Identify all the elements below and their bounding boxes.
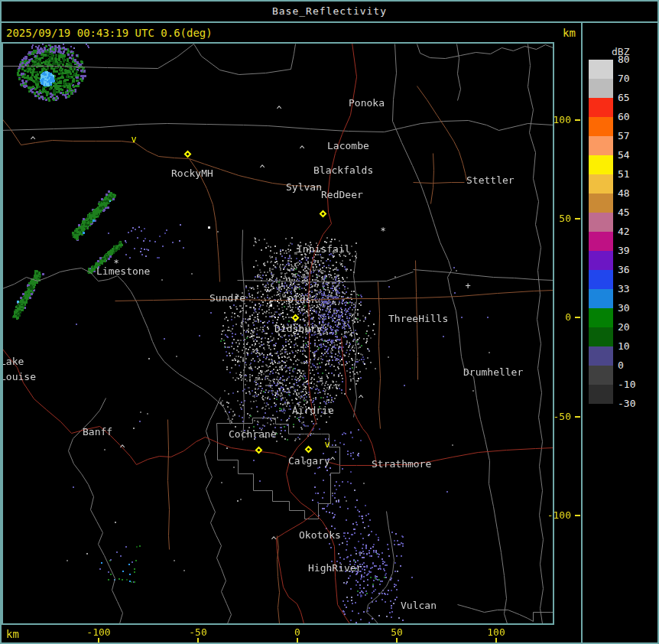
- colorbar-swatch: [589, 251, 613, 270]
- colorbar-swatch: [589, 136, 613, 155]
- marker-caret-icon: ^: [268, 536, 280, 546]
- marker-diamond-icon: [292, 314, 300, 322]
- colorbar-level-label: 70: [618, 73, 651, 85]
- marker-caret-icon: ^: [27, 136, 39, 146]
- radar-app-window: Base_Reflectivity 2025/09/19 00:43:19 UT…: [0, 0, 659, 644]
- right-axis: 100500-50-100: [554, 42, 581, 625]
- colorbar-swatch: [589, 60, 613, 79]
- colorbar-swatch: [589, 327, 613, 346]
- page-title: Base_Reflectivity: [272, 5, 387, 17]
- marker-caret-icon: ^: [355, 395, 367, 405]
- marker-diamond-icon: [305, 446, 313, 454]
- colorbar-level-label: 45: [618, 207, 651, 219]
- x-axis-tick: [197, 638, 199, 642]
- marker-caret-icon: ^: [296, 145, 308, 155]
- x-axis-tick-label: 100: [479, 626, 513, 638]
- colorbar-level-label: 80: [618, 54, 651, 66]
- colorbar-level-label: 39: [618, 245, 651, 257]
- y-axis-tick: [575, 119, 580, 121]
- colorbar-swatch: [589, 155, 613, 174]
- colorbar-level-label: 33: [618, 283, 651, 295]
- title-bar: Base_Reflectivity: [2, 2, 657, 23]
- marker-caret-icon: ^: [256, 164, 268, 174]
- y-axis-tick: [575, 515, 580, 516]
- x-axis-tick-label: 0: [281, 626, 314, 638]
- marker-layer: vv^^^^^^^^**+: [3, 44, 553, 623]
- timestamp-label: 2025/09/19 00:43:19 UTC 0.6(deg): [6, 27, 213, 39]
- colorbar-level-label: 48: [618, 187, 651, 200]
- y-axis-unit-label: km: [563, 27, 576, 39]
- colorbar-level-label: 54: [618, 149, 651, 161]
- bottom-axis: km -100-50050100: [2, 625, 581, 642]
- x-axis-tick-label: 50: [380, 626, 414, 638]
- colorbar-swatch: [589, 270, 613, 289]
- x-axis-tick: [297, 638, 298, 642]
- x-axis-tick: [495, 638, 497, 642]
- y-axis-tick: [575, 317, 580, 318]
- colorbar-level-label: 36: [618, 264, 651, 276]
- marker-diamond-icon: [255, 447, 263, 454]
- bottom-axis-ticks: -100-50050100: [2, 625, 581, 642]
- info-bar: 2025/09/19 00:43:19 UTC 0.6(deg) km: [2, 23, 657, 42]
- colorbar-swatch: [589, 289, 613, 308]
- colorbar-swatch: [589, 385, 613, 404]
- colorbar-level-label: 60: [618, 111, 651, 123]
- colorbar-swatch: [589, 213, 613, 232]
- colorbar-level-label: 51: [618, 168, 651, 181]
- y-axis-tick: [575, 218, 580, 220]
- marker-v-icon: v: [128, 135, 140, 145]
- y-axis-tick-label: 100: [545, 114, 571, 126]
- marker-asterisk-icon: *: [377, 226, 389, 236]
- colorbar-swatches: 807065605754514845423936333020100-10-30: [583, 23, 657, 642]
- x-axis-tick: [396, 638, 398, 642]
- y-axis-tick-label: 0: [545, 311, 571, 324]
- marker-dot-icon: [208, 226, 210, 229]
- marker-v-icon: v: [321, 440, 333, 450]
- colorbar-swatch: [589, 194, 613, 213]
- x-axis-tick-label: -100: [82, 626, 115, 638]
- colorbar-swatch: [589, 346, 613, 366]
- colorbar-level-label: 20: [618, 321, 651, 333]
- colorbar-swatch: [589, 79, 613, 98]
- y-axis-tick-label: -50: [545, 411, 571, 423]
- colorbar-level-label: 42: [618, 226, 651, 238]
- colorbar-level-label: 10: [618, 340, 651, 353]
- colorbar-swatch: [589, 117, 613, 136]
- x-axis-tick-label: -50: [181, 626, 215, 638]
- colorbar-swatch: [589, 174, 613, 194]
- y-axis-tick: [575, 416, 580, 418]
- colorbar-swatch: [589, 366, 613, 385]
- marker-dot-icon: [270, 304, 272, 307]
- colorbar-panel: dBZ 807065605754514845423936333020100-10…: [583, 23, 657, 642]
- marker-diamond-icon: [320, 210, 327, 218]
- colorbar-level-label: 0: [618, 359, 651, 372]
- marker-diamond-icon: [184, 151, 192, 158]
- colorbar-level-label: -30: [618, 398, 651, 410]
- marker-plus-icon: +: [462, 281, 474, 291]
- marker-caret-icon: ^: [326, 457, 339, 467]
- colorbar-swatch: [589, 308, 613, 327]
- marker-asterisk-icon: *: [110, 259, 122, 268]
- x-axis-tick: [98, 638, 99, 642]
- colorbar-level-label: 57: [618, 130, 651, 142]
- colorbar-swatch: [589, 232, 613, 251]
- colorbar-swatch: [589, 98, 613, 117]
- y-axis-tick-label: -100: [545, 509, 571, 522]
- colorbar-level-label: 65: [618, 92, 651, 104]
- marker-caret-icon: ^: [273, 106, 285, 115]
- radar-map[interactable]: PonokaLacombeBlackfaldsStettlerSylvanRed…: [2, 42, 554, 625]
- colorbar-level-label: 30: [618, 302, 651, 314]
- colorbar-level-label: -10: [618, 379, 651, 391]
- marker-caret-icon: ^: [116, 444, 128, 454]
- y-axis-tick-label: 50: [545, 213, 571, 225]
